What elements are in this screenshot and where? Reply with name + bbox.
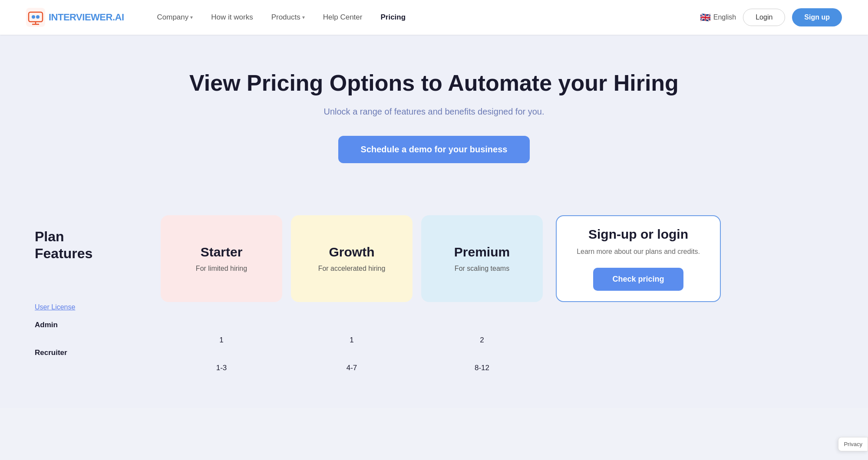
nav-item-help-center[interactable]: Help Center: [316, 10, 370, 25]
premium-column: Premium For scaling teams 2 8-12: [421, 215, 543, 382]
premium-recruiter-value: 8-12: [426, 354, 538, 382]
user-license-link[interactable]: User License: [35, 286, 75, 311]
premium-plan-name: Premium: [430, 245, 534, 260]
svg-point-2: [32, 15, 35, 19]
starter-recruiter-value: 1-3: [165, 354, 278, 382]
chevron-down-icon: ▾: [302, 14, 305, 20]
privacy-badge[interactable]: Privacy: [838, 437, 868, 451]
premium-admin-value: 2: [426, 326, 538, 354]
nav-item-company[interactable]: Company ▾: [150, 10, 200, 25]
flag-icon: 🇬🇧: [700, 12, 711, 23]
recruiter-label: Recruiter: [35, 339, 148, 367]
signup-box: Sign-up or login Learn more about our pl…: [556, 215, 721, 302]
growth-header: Growth For accelerated hiring: [291, 215, 413, 302]
signup-box-title: Sign-up or login: [588, 227, 688, 242]
check-pricing-button[interactable]: Check pricing: [593, 268, 683, 291]
nav-item-pricing[interactable]: Pricing: [373, 10, 413, 25]
pricing-section: PlanFeatures User License Admin Recruite…: [0, 194, 868, 408]
logo[interactable]: INTERVIEWER.AI: [26, 8, 124, 27]
starter-column: Starter For limited hiring 1 1-3: [161, 215, 282, 382]
growth-recruiter-value: 4-7: [295, 354, 408, 382]
growth-data: 1 4-7: [291, 302, 413, 382]
plan-features-column: PlanFeatures User License Admin Recruite…: [35, 215, 156, 382]
login-button[interactable]: Login: [743, 9, 785, 26]
logo-text: INTERVIEWER.AI: [49, 12, 124, 23]
plan-features-title: PlanFeatures: [35, 215, 148, 279]
hero-section: View Pricing Options to Automate your Hi…: [0, 35, 868, 194]
signup-box-column: Sign-up or login Learn more about our pl…: [556, 215, 721, 382]
signup-box-desc: Learn more about our plans and credits.: [577, 248, 700, 256]
premium-data: 2 8-12: [421, 302, 543, 382]
starter-plan-desc: For limited hiring: [169, 265, 274, 273]
svg-point-3: [36, 15, 40, 19]
schedule-demo-button[interactable]: Schedule a demo for your business: [338, 136, 530, 163]
navbar: INTERVIEWER.AI Company ▾ How it works Pr…: [0, 0, 868, 35]
growth-plan-desc: For accelerated hiring: [300, 265, 404, 273]
starter-data: 1 1-3: [161, 302, 282, 382]
starter-header: Starter For limited hiring: [161, 215, 282, 302]
premium-header: Premium For scaling teams: [421, 215, 543, 302]
nav-item-how-it-works[interactable]: How it works: [204, 10, 260, 25]
growth-plan-name: Growth: [300, 245, 404, 260]
starter-plan-name: Starter: [169, 245, 274, 260]
nav-links: Company ▾ How it works Products ▾ Help C…: [150, 10, 700, 25]
logo-icon: [26, 8, 45, 27]
hero-subtitle: Unlock a range of features and benefits …: [17, 107, 851, 117]
chevron-down-icon: ▾: [190, 14, 193, 20]
nav-item-products[interactable]: Products ▾: [264, 10, 312, 25]
premium-plan-desc: For scaling teams: [430, 265, 534, 273]
growth-column: Growth For accelerated hiring 1 4-7: [291, 215, 413, 382]
hero-title: View Pricing Options to Automate your Hi…: [17, 69, 851, 96]
pricing-table: PlanFeatures User License Admin Recruite…: [35, 215, 833, 382]
language-selector[interactable]: 🇬🇧 English: [700, 12, 736, 23]
growth-admin-value: 1: [295, 326, 408, 354]
starter-admin-value: 1: [165, 326, 278, 354]
admin-label: Admin: [35, 311, 148, 339]
signup-button[interactable]: Sign up: [792, 8, 842, 26]
nav-right: 🇬🇧 English Login Sign up: [700, 8, 842, 26]
